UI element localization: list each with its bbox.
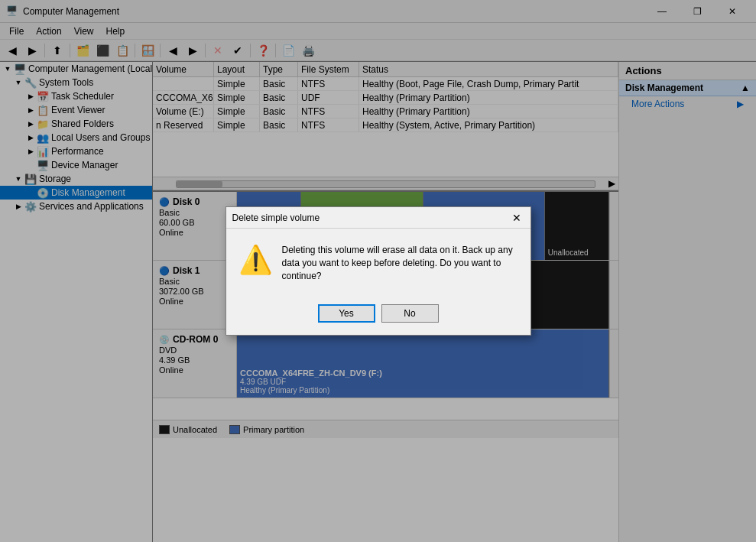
- modal-overlay: Delete simple volume ✕ ⚠️ Deleting this …: [0, 0, 756, 542]
- warning-icon: ⚠️: [238, 244, 273, 276]
- modal-body: ⚠️ Deleting this volume will erase all d…: [226, 229, 530, 297]
- delete-volume-dialog: Delete simple volume ✕ ⚠️ Deleting this …: [226, 206, 531, 335]
- modal-buttons: Yes No: [226, 298, 530, 335]
- modal-title: Delete simple volume: [232, 213, 509, 223]
- modal-no-button[interactable]: No: [381, 304, 439, 323]
- modal-title-bar: Delete simple volume ✕: [226, 207, 530, 229]
- modal-close-button[interactable]: ✕: [509, 210, 524, 226]
- modal-yes-button[interactable]: Yes: [318, 304, 375, 323]
- modal-message: Deleting this volume will erase all data…: [282, 244, 518, 282]
